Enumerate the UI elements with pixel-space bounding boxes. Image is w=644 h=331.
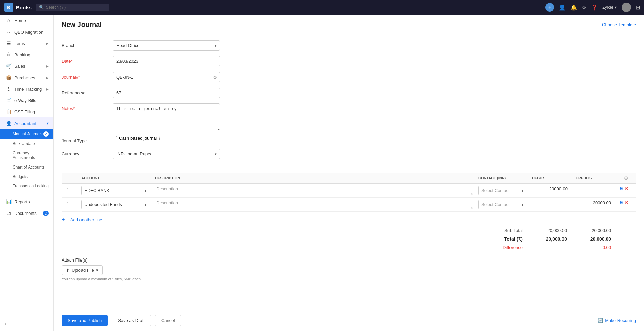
upload-hint: You can upload a maximum of 5 files, 5MB…: [62, 277, 636, 281]
help-icon[interactable]: ❓: [591, 4, 598, 11]
currency-select-wrapper: INR- Indian Rupee USD- US Dollar EUR- Eu…: [113, 149, 220, 159]
contact-select-2[interactable]: Select Contact: [478, 200, 525, 209]
upload-icon: ⬆: [66, 268, 70, 273]
notifications-icon[interactable]: 🔔: [570, 4, 577, 11]
add-row-button-1[interactable]: ⊕: [619, 186, 623, 191]
remove-row-button-2[interactable]: ⊗: [625, 200, 629, 205]
user-menu[interactable]: Zylker ▾: [602, 5, 617, 10]
sidebar-item-time-tracking[interactable]: ⏱ Time Tracking ▶: [0, 83, 53, 95]
brand-icon: B: [4, 3, 13, 12]
sidebar-sub-label-chart-of-accounts: Chart of Accounts: [13, 165, 45, 170]
sidebar-sub-item-transaction-locking[interactable]: Transaction Locking: [0, 181, 53, 191]
sales-arrow-icon: ▶: [46, 64, 49, 68]
contacts-icon[interactable]: 👤: [559, 4, 566, 11]
brand[interactable]: B Books: [4, 3, 32, 12]
documents-icon: 🗂: [6, 210, 12, 216]
add-another-line-button[interactable]: + + Add another line: [62, 213, 102, 226]
subtotal-credit-value: 20,000.00: [571, 227, 614, 234]
reference-label: Reference#: [62, 88, 109, 95]
journal-type-checkbox-wrapper: Cash based journal ℹ: [113, 136, 160, 141]
actions-cell-1: ⊕ ⊗: [616, 184, 636, 198]
sidebar-label-reports: Reports: [14, 199, 30, 204]
contact-select-1[interactable]: Select Contact: [478, 186, 525, 195]
contact-cell-2: Select Contact ▾: [475, 198, 529, 212]
th-contact: CONTACT (INR): [475, 173, 529, 184]
cancel-button[interactable]: Cancel: [155, 315, 181, 326]
search-input[interactable]: [46, 5, 106, 10]
currency-select[interactable]: INR- Indian Rupee USD- US Dollar EUR- Eu…: [113, 149, 220, 159]
make-recurring-button[interactable]: 🔄 Make Recurring: [598, 318, 636, 323]
sidebar-item-accountant[interactable]: 👤 Accountant ▾: [0, 117, 53, 129]
sidebar-item-items[interactable]: ☰ Items ▶: [0, 38, 53, 49]
sidebar-sub-item-currency-adjustments[interactable]: Currency Adjustments: [0, 148, 53, 162]
sidebar-item-documents[interactable]: 🗂 Documents 2: [0, 207, 53, 219]
cash-based-journal-checkbox[interactable]: [113, 136, 117, 140]
sidebar-item-banking[interactable]: 🏛 Banking: [0, 49, 53, 60]
settings-icon[interactable]: ⚙: [582, 4, 586, 11]
currency-label: Currency: [62, 149, 109, 156]
apps-grid-icon[interactable]: ⊞: [636, 4, 640, 11]
sidebar-item-sales[interactable]: 🛒 Sales ▶: [0, 60, 53, 72]
sidebar-label-qbo: QBO Migration: [14, 30, 43, 35]
branch-select[interactable]: Head Office Branch 1: [113, 40, 220, 51]
drag-handle-2[interactable]: ⋮⋮: [65, 200, 74, 205]
difference-contact-spacer: [205, 244, 259, 251]
description-input-1[interactable]: [155, 186, 472, 192]
add-row-button-2[interactable]: ⊕: [619, 200, 623, 205]
account-select-1[interactable]: HDFC BANK: [81, 186, 148, 195]
journal-number-input[interactable]: [113, 72, 220, 82]
sidebar-label-gst: GST Filing: [14, 109, 35, 114]
sidebar-item-gst-filing[interactable]: 📋 GST Filing: [0, 106, 53, 117]
credit-input-2[interactable]: [576, 200, 612, 206]
column-settings-icon[interactable]: ⊕: [624, 175, 628, 181]
sidebar-item-reports[interactable]: 📊 Reports: [0, 196, 53, 207]
debit-input-2[interactable]: [532, 200, 569, 206]
total-desc-spacer: [137, 235, 204, 243]
debit-input-1[interactable]: [532, 186, 569, 192]
save-draft-button[interactable]: Save as Draft: [112, 315, 151, 326]
difference-label: Difference: [259, 244, 526, 251]
reference-input[interactable]: [113, 88, 220, 98]
choose-template-link[interactable]: Choose Template: [602, 22, 636, 27]
sidebar-label-sales: Sales: [14, 64, 25, 69]
branch-label: Branch: [62, 40, 109, 48]
accountant-icon: 👤: [6, 121, 12, 126]
cash-based-info-icon[interactable]: ℹ: [159, 136, 160, 141]
journal-number-gear-icon[interactable]: ⚙: [213, 75, 217, 80]
account-select-wrapper-2: Undeposited Funds ▾: [81, 200, 148, 209]
journal-type-row: Journal Type Cash based journal ℹ: [62, 136, 636, 143]
manual-journals-badge: ✓: [43, 131, 49, 137]
account-select-2[interactable]: Undeposited Funds: [81, 200, 148, 209]
credit-cell-2: [572, 198, 616, 212]
sidebar-collapse-button[interactable]: ‹: [0, 317, 53, 331]
credit-input-1[interactable]: [576, 186, 612, 192]
description-edit-icon-2[interactable]: ✎: [471, 206, 474, 211]
sidebar-sub-item-budgets[interactable]: Budgets: [0, 172, 53, 181]
sidebar-sub-item-chart-of-accounts[interactable]: Chart of Accounts: [0, 162, 53, 172]
sidebar-item-home[interactable]: ⌂ Home: [0, 15, 53, 26]
sidebar-item-qbo[interactable]: ↔ QBO Migration: [0, 26, 53, 38]
search-bar[interactable]: 🔍: [36, 4, 109, 11]
avatar[interactable]: [622, 3, 631, 12]
upload-file-button[interactable]: ⬆ Upload File ▾: [62, 265, 103, 275]
sidebar-item-purchases[interactable]: 📦 Purchases ▶: [0, 72, 53, 83]
total-spacer: [62, 235, 136, 243]
sidebar-item-eway-bills[interactable]: 📄 e-Way Bills: [0, 95, 53, 106]
save-publish-button[interactable]: Save and Publish: [62, 315, 108, 326]
reference-row: Reference#: [62, 88, 636, 98]
items-icon: ☰: [6, 41, 12, 46]
description-input-2[interactable]: [155, 200, 472, 206]
contact-select-wrapper-2: Select Contact ▾: [478, 200, 525, 209]
attach-label: Attach File(s): [62, 257, 636, 263]
remove-row-button-1[interactable]: ⊗: [625, 186, 629, 191]
notes-textarea[interactable]: This is a journal entry: [113, 103, 220, 130]
sidebar-sub-item-bulk-update[interactable]: Bulk Update: [0, 139, 53, 148]
subtotal-label: Sub Total: [259, 227, 526, 234]
drag-handle-1[interactable]: ⋮⋮: [65, 186, 74, 191]
sidebar-sub-item-manual-journals[interactable]: Manual Journals ✓: [0, 129, 53, 139]
description-edit-icon-1[interactable]: ✎: [471, 192, 474, 197]
attach-section: Attach File(s) ⬆ Upload File ▾ You can u…: [54, 252, 644, 286]
add-line-plus-icon: +: [62, 217, 65, 223]
date-input[interactable]: [113, 56, 220, 66]
add-new-button[interactable]: +: [545, 3, 554, 12]
